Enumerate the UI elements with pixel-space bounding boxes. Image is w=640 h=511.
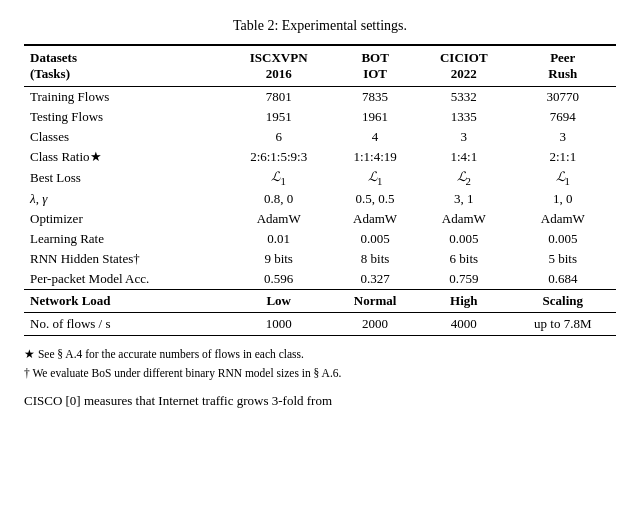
table-row: RNN Hidden States†9 bits8 bits6 bits5 bi… (24, 249, 616, 269)
row-cell: 1:1:4:19 (332, 147, 418, 167)
row-cell: 1:4:1 (418, 147, 509, 167)
row-cell: ℒ2 (418, 167, 509, 189)
row-cell: 0.8, 0 (225, 189, 332, 209)
table-row: Classes6433 (24, 127, 616, 147)
table-title: Table 2: Experimental settings. (24, 18, 616, 34)
table-row: Testing Flows1951196113357694 (24, 107, 616, 127)
row-cell: 1951 (225, 107, 332, 127)
flows-label: No. of flows / s (24, 312, 225, 335)
row-label: Learning Rate (24, 229, 225, 249)
table-row: λ, γ0.8, 00.5, 0.53, 11, 0 (24, 189, 616, 209)
row-cell: 1335 (418, 107, 509, 127)
col-header-peer: Peer Rush (510, 45, 616, 87)
row-cell: 30770 (510, 87, 616, 108)
footnote-2: † We evaluate BoS under different binary… (24, 365, 616, 382)
flows-cell: up to 7.8M (510, 312, 616, 335)
flows-cell: 1000 (225, 312, 332, 335)
row-cell: AdamW (332, 209, 418, 229)
row-cell: 0.327 (332, 269, 418, 290)
row-cell: 9 bits (225, 249, 332, 269)
row-cell: 7801 (225, 87, 332, 108)
row-cell: 3 (418, 127, 509, 147)
row-label: Training Flows (24, 87, 225, 108)
row-label: Optimizer (24, 209, 225, 229)
row-cell: 0.759 (418, 269, 509, 290)
table-row: Class Ratio★2:6:1:5:9:31:1:4:191:4:12:1:… (24, 147, 616, 167)
row-label: λ, γ (24, 189, 225, 209)
col-header-iscxvpn: ISCXVPN 2016 (225, 45, 332, 87)
experimental-settings-table: Datasets (Tasks) ISCXVPN 2016 BOT IOT CI… (24, 44, 616, 336)
row-label: Per-packet Model Acc. (24, 269, 225, 290)
row-cell: 1, 0 (510, 189, 616, 209)
row-cell: AdamW (510, 209, 616, 229)
footnotes-section: ★ See § A.4 for the accurate numbers of … (24, 346, 616, 383)
row-cell: ℒ1 (332, 167, 418, 189)
row-label: Best Loss (24, 167, 225, 189)
network-load-cell: High (418, 289, 509, 312)
network-load-cell: Normal (332, 289, 418, 312)
network-load-cell: Low (225, 289, 332, 312)
row-cell: 7835 (332, 87, 418, 108)
row-cell: 0.684 (510, 269, 616, 290)
network-load-label: Network Load (24, 289, 225, 312)
table-row: Learning Rate0.010.0050.0050.005 (24, 229, 616, 249)
row-cell: AdamW (225, 209, 332, 229)
table-row: Training Flows78017835533230770 (24, 87, 616, 108)
network-load-row: Network LoadLowNormalHighScaling (24, 289, 616, 312)
row-label: Testing Flows (24, 107, 225, 127)
flows-cell: 2000 (332, 312, 418, 335)
flows-row: No. of flows / s100020004000up to 7.8M (24, 312, 616, 335)
row-cell: 2:6:1:5:9:3 (225, 147, 332, 167)
row-cell: 3, 1 (418, 189, 509, 209)
flows-cell: 4000 (418, 312, 509, 335)
row-cell: 5332 (418, 87, 509, 108)
row-cell: 0.596 (225, 269, 332, 290)
footnote-1: ★ See § A.4 for the accurate numbers of … (24, 346, 616, 363)
row-label: Classes (24, 127, 225, 147)
row-cell: ℒ1 (510, 167, 616, 189)
row-cell: 0.01 (225, 229, 332, 249)
row-cell: 3 (510, 127, 616, 147)
row-cell: 8 bits (332, 249, 418, 269)
row-cell: 6 (225, 127, 332, 147)
row-cell: 0.005 (332, 229, 418, 249)
row-cell: 4 (332, 127, 418, 147)
row-cell: 5 bits (510, 249, 616, 269)
row-cell: 0.005 (510, 229, 616, 249)
row-cell: ℒ1 (225, 167, 332, 189)
row-label: Class Ratio★ (24, 147, 225, 167)
table-row: Per-packet Model Acc.0.5960.3270.7590.68… (24, 269, 616, 290)
col-header-ciciot: CICIOT 2022 (418, 45, 509, 87)
table-row: Best Lossℒ1ℒ1ℒ2ℒ1 (24, 167, 616, 189)
row-cell: 1961 (332, 107, 418, 127)
col-header-datasets: Datasets (Tasks) (24, 45, 225, 87)
row-cell: 6 bits (418, 249, 509, 269)
row-cell: 0.5, 0.5 (332, 189, 418, 209)
network-load-cell: Scaling (510, 289, 616, 312)
row-cell: 2:1:1 (510, 147, 616, 167)
col-header-bot: BOT IOT (332, 45, 418, 87)
row-label: RNN Hidden States† (24, 249, 225, 269)
following-paragraph: CISCO [0] measures that Internet traffic… (24, 392, 616, 410)
table-row: OptimizerAdamWAdamWAdamWAdamW (24, 209, 616, 229)
row-cell: 0.005 (418, 229, 509, 249)
row-cell: 7694 (510, 107, 616, 127)
row-cell: AdamW (418, 209, 509, 229)
